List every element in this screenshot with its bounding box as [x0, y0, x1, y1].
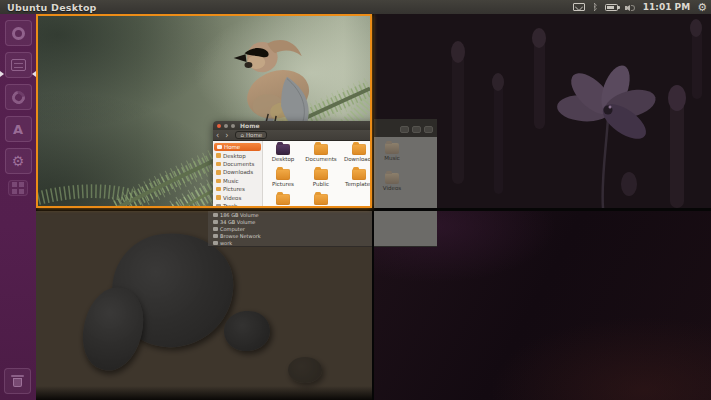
drive-icon: [213, 220, 218, 224]
sidebar-label: Downloads: [223, 169, 253, 175]
launcher-item-browser[interactable]: [5, 84, 32, 110]
workspace-switcher-overview: Home ‹ › ⌂Home Home Desktop Doc: [0, 0, 711, 400]
running-app-arrow: [0, 71, 4, 77]
folder-documents[interactable]: Documents: [303, 144, 339, 162]
sidebar-item-desktop[interactable]: Desktop: [213, 151, 262, 159]
window-toolbar: ‹ › ⌂Home: [213, 130, 372, 141]
search-button[interactable]: [400, 126, 409, 133]
launcher-item-files[interactable]: [5, 52, 32, 78]
device-row[interactable]: Computer: [208, 225, 372, 232]
folder-desktop[interactable]: Desktop: [265, 144, 301, 162]
folder-icon: [352, 144, 366, 155]
bottom-shade: [36, 386, 372, 400]
desktop-folder-icon: [276, 144, 290, 155]
folder-icon: [385, 173, 399, 184]
battery-icon[interactable]: [605, 4, 618, 11]
panel-title: Ubuntu Desktop: [7, 2, 97, 13]
home-icon: ⌂: [240, 132, 244, 138]
breadcrumb-label: Home: [246, 132, 262, 138]
folder-icon: [352, 169, 366, 180]
folder-music[interactable]: Music: [375, 143, 409, 161]
sidebar-item-videos[interactable]: Videos: [213, 193, 262, 201]
window-titlebar[interactable]: Home: [213, 121, 372, 130]
drive-icon: [213, 213, 218, 217]
dimmed-window-fragment[interactable]: Music Videos: [374, 119, 437, 208]
dimmed-toolbar: [374, 119, 437, 137]
grid-view-button[interactable]: [412, 126, 421, 133]
sidebar-item-pictures[interactable]: Pictures: [213, 185, 262, 193]
sidebar: Home Desktop Documents Downloads Music: [213, 141, 263, 208]
sidebar-item-trash[interactable]: Trash: [213, 202, 262, 208]
folder-templates[interactable]: Templates: [341, 169, 372, 187]
workspace-tile-dark[interactable]: [374, 211, 711, 400]
sidebar-item-documents[interactable]: Documents: [213, 160, 262, 168]
list-view-button[interactable]: [424, 126, 433, 133]
folder-pictures[interactable]: Pictures: [265, 169, 301, 187]
folder-icon: [276, 169, 290, 180]
folder-icon: [314, 144, 328, 155]
folder-public[interactable]: Public: [303, 169, 339, 187]
folder-icon: [216, 153, 221, 158]
folder-examples[interactable]: Examples: [303, 194, 339, 208]
launcher-item-dash-home[interactable]: [5, 20, 32, 46]
network-icon: [213, 234, 218, 238]
sidebar-label: Documents: [223, 161, 254, 167]
session-gear-icon[interactable]: ⚙: [697, 1, 707, 14]
workspaces-icon: [12, 182, 24, 194]
folder-downloads[interactable]: Downloads: [341, 144, 372, 162]
focused-app-arrow: [32, 71, 36, 77]
device-row[interactable]: 34 GB Volume: [208, 218, 372, 225]
folder-work[interactable]: work: [265, 194, 301, 208]
window-title: Home: [240, 122, 259, 129]
file-manager-window[interactable]: Home ‹ › ⌂Home Home Desktop Doc: [213, 121, 372, 208]
breadcrumb[interactable]: ⌂Home: [235, 131, 267, 139]
battery-level: [607, 6, 614, 9]
folder-icon: [213, 241, 218, 245]
back-button[interactable]: ‹: [213, 131, 222, 140]
clock[interactable]: 11:01 PM: [643, 2, 690, 12]
folder-icon: [216, 179, 221, 184]
sidebar-label: Videos: [223, 195, 241, 201]
folder-view[interactable]: Desktop Documents Downloads Pictures Pub…: [263, 141, 372, 208]
device-row[interactable]: work: [208, 239, 372, 246]
sidebar-item-home[interactable]: Home: [214, 143, 261, 151]
sidebar-label: Music: [223, 178, 239, 184]
writer-a-icon: A: [13, 122, 23, 137]
minimize-button[interactable]: [224, 124, 228, 128]
launcher-item-writer[interactable]: A: [5, 116, 32, 142]
device-row[interactable]: 186 GB Volume: [208, 211, 372, 218]
ubuntu-logo-icon: [12, 27, 25, 40]
workspace-tile-flowers[interactable]: Music Videos: [374, 14, 711, 208]
forward-button[interactable]: ›: [222, 131, 231, 140]
folder-videos[interactable]: Videos: [375, 173, 409, 191]
sidebar-item-music[interactable]: Music: [213, 177, 262, 185]
files-icon: [11, 59, 26, 71]
sidebar-label: Pictures: [223, 186, 245, 192]
folder-icon: [216, 162, 221, 167]
maximize-button[interactable]: [231, 124, 235, 128]
workspace-tile-active[interactable]: Home ‹ › ⌂Home Home Desktop Doc: [36, 14, 372, 208]
close-button[interactable]: [217, 124, 221, 128]
dimmed-sidebar-fragment[interactable]: 186 GB Volume 34 GB Volume Computer Brow…: [208, 211, 372, 247]
envelope-icon[interactable]: [573, 3, 585, 11]
top-panel: Ubuntu Desktop ᛒ 11:01 PM ⚙: [0, 0, 711, 14]
launcher-item-settings[interactable]: ⚙: [5, 148, 32, 174]
gear-icon: ⚙: [12, 154, 25, 168]
sidebar-label: Desktop: [223, 153, 246, 159]
volume-muted-icon[interactable]: [625, 3, 636, 12]
launcher-item-workspaces[interactable]: [8, 180, 28, 196]
home-icon: [217, 145, 222, 150]
folder-icon: [216, 187, 221, 192]
workspace-tile-pebbles[interactable]: 186 GB Volume 34 GB Volume Computer Brow…: [36, 211, 372, 400]
launcher-item-trash[interactable]: [4, 368, 31, 394]
device-row[interactable]: Browse Network: [208, 232, 372, 239]
trash-icon: [12, 375, 23, 387]
sidebar-item-downloads[interactable]: Downloads: [213, 168, 262, 176]
dimmed-folder-view: Music Videos: [374, 137, 437, 208]
bluetooth-icon[interactable]: ᛒ: [592, 0, 597, 14]
trash-icon: [216, 204, 221, 208]
folder-icon: [276, 194, 290, 205]
sidebar-label: Home: [224, 144, 240, 150]
folder-icon: [385, 143, 399, 154]
folder-icon: [314, 194, 328, 205]
